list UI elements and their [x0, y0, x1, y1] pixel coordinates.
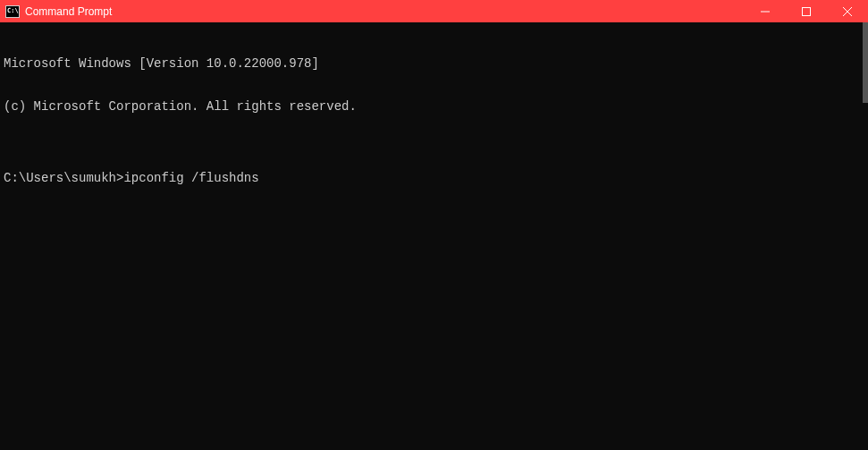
terminal-prompt: C:\Users\sumukh> — [4, 171, 123, 185]
titlebar[interactable]: C:\ Command Prompt — [0, 0, 868, 22]
close-icon — [843, 7, 852, 16]
app-icon-text: C:\ — [7, 8, 19, 14]
terminal-output-line: Microsoft Windows [Version 10.0.22000.97… — [4, 56, 864, 71]
scrollbar-thumb[interactable] — [863, 22, 868, 103]
minimize-button[interactable] — [745, 0, 786, 22]
close-button[interactable] — [827, 0, 868, 22]
maximize-icon — [802, 7, 811, 16]
svg-rect-1 — [803, 7, 811, 15]
app-icon: C:\ — [5, 5, 20, 18]
maximize-button[interactable] — [786, 0, 827, 22]
terminal-area[interactable]: Microsoft Windows [Version 10.0.22000.97… — [0, 22, 868, 205]
terminal-output-line: (c) Microsoft Corporation. All rights re… — [4, 99, 864, 114]
terminal-prompt-line: C:\Users\sumukh>ipconfig /flushdns — [4, 171, 864, 185]
terminal-command: ipconfig /flushdns — [123, 171, 258, 185]
window-title: Command Prompt — [25, 5, 745, 18]
minimize-icon — [761, 7, 770, 16]
window-controls — [745, 0, 868, 22]
